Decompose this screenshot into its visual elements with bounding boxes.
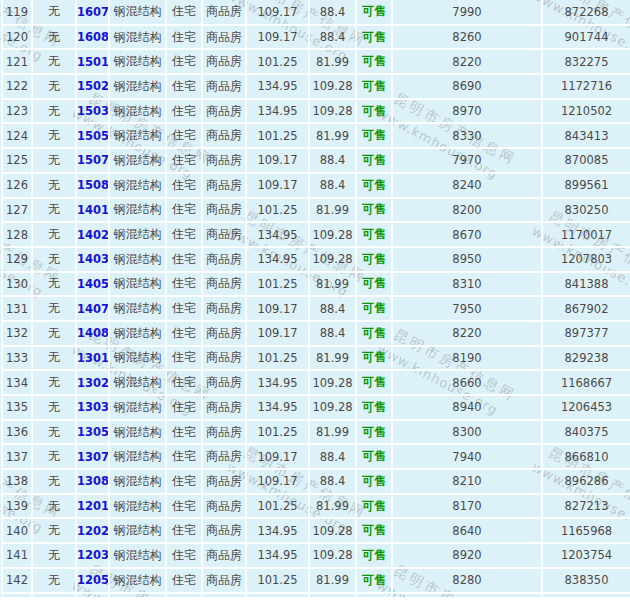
cell-structure: 钢混结构 [109,173,166,198]
cell-use: 住宅 [166,494,202,519]
room-number-link[interactable]: 1401 [76,198,109,223]
table-row: 142无1205钢混结构住宅商品房101.2581.99可售8280838350 [2,568,630,593]
room-number-link[interactable]: 1305 [76,420,109,445]
table-row: 119无1607钢混结构住宅商品房109.1788.4可售7990872268 [2,0,630,25]
cell-unit-price: 7950 [392,296,542,321]
cell-inner-area: 109.28 [309,99,356,124]
listing-table-background: 昆明市房产信息网www.kmhouse.org昆明市房产信息网www.kmhou… [0,0,630,597]
cell-use: 住宅 [166,49,202,74]
cell-total-price: 866810 [542,444,630,469]
room-number-link[interactable]: 1201 [76,494,109,519]
cell-seq: 121 [2,49,32,74]
cell-seq: 130 [2,272,32,297]
cell-area: 109.17 [246,148,309,173]
room-number-link[interactable]: 1307 [76,444,109,469]
room-number-link[interactable]: 1501 [76,49,109,74]
cell-area: 134.95 [246,99,309,124]
cell-use: 住宅 [166,272,202,297]
room-number-link[interactable]: 1207 [76,593,109,598]
status-text: 可售 [356,49,392,74]
cell-mortgage: 无 [32,370,76,395]
cell-inner-area: 109.28 [309,370,356,395]
cell-structure: 钢混结构 [109,321,166,346]
cell-use: 住宅 [166,247,202,272]
cell-seq: 138 [2,469,32,494]
cell-structure: 钢混结构 [109,420,166,445]
cell-mortgage: 无 [32,296,76,321]
status-text: 可售 [356,272,392,297]
room-number-link[interactable]: 1505 [76,123,109,148]
cell-type: 商品房 [202,173,246,198]
cell-area: 109.17 [246,593,309,598]
table-row: 140无1202钢混结构住宅商品房134.95109.28可售864011659… [2,518,630,543]
cell-mortgage: 无 [32,346,76,371]
cell-area: 101.25 [246,568,309,593]
cell-seq: 133 [2,346,32,371]
status-text: 可售 [356,222,392,247]
room-number-link[interactable]: 1402 [76,222,109,247]
cell-seq: 131 [2,296,32,321]
cell-inner-area: 88.4 [309,321,356,346]
cell-inner-area: 81.99 [309,123,356,148]
cell-total-price: 1168667 [542,370,630,395]
cell-type: 商品房 [202,272,246,297]
cell-type: 商品房 [202,346,246,371]
room-number-link[interactable]: 1301 [76,346,109,371]
cell-use: 住宅 [166,296,202,321]
cell-area: 134.95 [246,543,309,568]
room-number-link[interactable]: 1503 [76,99,109,124]
cell-area: 134.95 [246,518,309,543]
room-number-link[interactable]: 1308 [76,469,109,494]
table-row: 139无1201钢混结构住宅商品房101.2581.99可售8170827213 [2,494,630,519]
status-text: 可售 [356,346,392,371]
room-number-link[interactable]: 1508 [76,173,109,198]
cell-structure: 钢混结构 [109,222,166,247]
cell-seq: 126 [2,173,32,198]
cell-structure: 钢混结构 [109,370,166,395]
room-number-link[interactable]: 1408 [76,321,109,346]
room-number-link[interactable]: 1403 [76,247,109,272]
cell-total-price: 865836 [542,593,630,598]
cell-seq: 125 [2,148,32,173]
cell-use: 住宅 [166,346,202,371]
cell-structure: 钢混结构 [109,296,166,321]
room-number-link[interactable]: 1302 [76,370,109,395]
room-number-link[interactable]: 1203 [76,543,109,568]
cell-inner-area: 81.99 [309,346,356,371]
room-number-link[interactable]: 1607 [76,0,109,25]
cell-inner-area: 81.99 [309,420,356,445]
cell-total-price: 840375 [542,420,630,445]
cell-use: 住宅 [166,74,202,99]
cell-area: 134.95 [246,222,309,247]
status-text: 可售 [356,198,392,223]
cell-area: 101.25 [246,198,309,223]
room-number-link[interactable]: 1502 [76,74,109,99]
room-number-link[interactable]: 1405 [76,272,109,297]
cell-area: 109.17 [246,296,309,321]
table-row: 121无1501钢混结构住宅商品房101.2581.99可售8220832275 [2,49,630,74]
cell-seq: 143 [2,593,32,598]
cell-structure: 钢混结构 [109,346,166,371]
cell-structure: 钢混结构 [109,272,166,297]
cell-unit-price: 7970 [392,148,542,173]
room-number-link[interactable]: 1608 [76,25,109,50]
room-number-link[interactable]: 1303 [76,395,109,420]
cell-inner-area: 109.28 [309,395,356,420]
cell-mortgage: 无 [32,395,76,420]
cell-unit-price: 7990 [392,0,542,25]
cell-type: 商品房 [202,296,246,321]
cell-use: 住宅 [166,568,202,593]
room-number-link[interactable]: 1507 [76,148,109,173]
cell-unit-price: 7930 [392,593,542,598]
cell-type: 商品房 [202,222,246,247]
status-text: 可售 [356,247,392,272]
room-number-link[interactable]: 1205 [76,568,109,593]
cell-use: 住宅 [166,25,202,50]
cell-seq: 129 [2,247,32,272]
cell-use: 住宅 [166,99,202,124]
room-number-link[interactable]: 1202 [76,518,109,543]
cell-type: 商品房 [202,370,246,395]
room-number-link[interactable]: 1407 [76,296,109,321]
table-row: 131无1407钢混结构住宅商品房109.1788.4可售7950867902 [2,296,630,321]
cell-mortgage: 无 [32,568,76,593]
